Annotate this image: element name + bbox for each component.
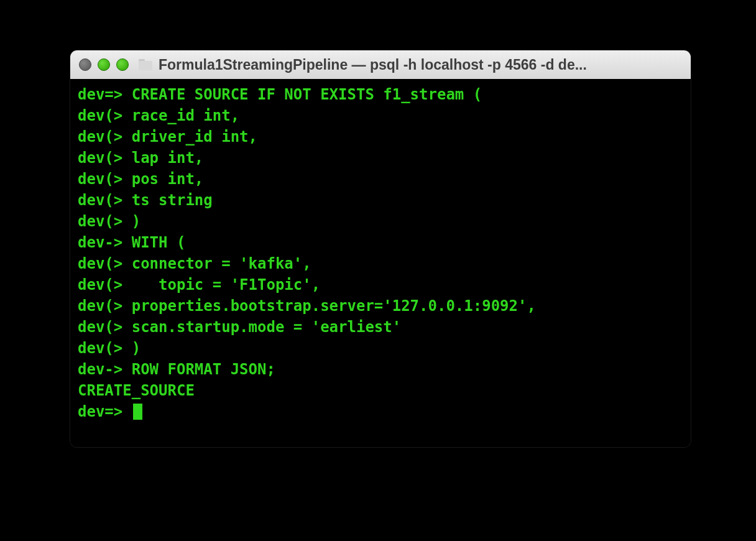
terminal-line: dev(> lap int,	[78, 147, 683, 169]
terminal-line: dev(> ts string	[78, 190, 683, 211]
terminal-line: dev-> WITH (	[78, 232, 683, 253]
folder-icon	[139, 59, 152, 70]
terminal-body[interactable]: dev=> CREATE SOURCE IF NOT EXISTS f1_str…	[70, 79, 691, 447]
terminal-line: dev=> CREATE SOURCE IF NOT EXISTS f1_str…	[78, 84, 683, 105]
terminal-prompt: dev=>	[78, 401, 132, 422]
terminal-line: dev(> pos int,	[78, 169, 683, 190]
maximize-icon[interactable]	[116, 58, 129, 71]
terminal-line: CREATE_SOURCE	[78, 380, 683, 401]
terminal-line: dev(> scan.startup.mode = 'earliest'	[78, 317, 683, 338]
terminal-line: dev(> )	[78, 211, 683, 232]
terminal-line: dev(> )	[78, 338, 683, 359]
close-icon[interactable]	[79, 58, 91, 71]
terminal-line: dev(> properties.bootstrap.server='127.0…	[78, 295, 683, 317]
window-title: Formula1StreamingPipeline — psql -h loca…	[159, 57, 682, 73]
cursor-icon	[133, 404, 142, 420]
title-bar: Formula1StreamingPipeline — psql -h loca…	[70, 50, 691, 79]
terminal-line: dev(> connector = 'kafka',	[78, 253, 683, 274]
terminal-prompt-line: dev=>	[78, 401, 683, 422]
terminal-window: Formula1StreamingPipeline — psql -h loca…	[70, 50, 691, 448]
terminal-line: dev(> race_id int,	[78, 105, 683, 126]
terminal-line: dev(> driver_id int,	[78, 126, 683, 147]
minimize-icon[interactable]	[98, 58, 110, 71]
terminal-line: dev(> topic = 'F1Topic',	[78, 274, 683, 295]
terminal-line: dev-> ROW FORMAT JSON;	[78, 359, 683, 380]
